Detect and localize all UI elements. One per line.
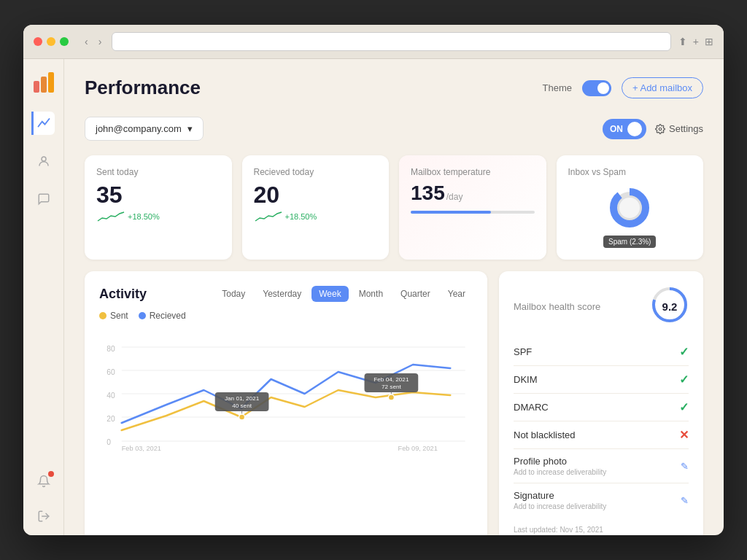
legend-received: Recieved xyxy=(139,311,186,321)
sent-today-label: Sent today xyxy=(96,167,220,177)
svg-point-5 xyxy=(659,128,662,131)
health-title: Mailbox health score xyxy=(514,301,600,312)
new-tab-icon[interactable]: + xyxy=(693,36,699,47)
received-today-label: Recieved today xyxy=(254,167,378,177)
sent-today-value: 35 xyxy=(96,183,220,206)
page-header: Performance Theme + Add mailbox xyxy=(85,77,703,99)
sent-dot xyxy=(99,312,107,319)
back-button[interactable]: ‹ xyxy=(82,34,91,49)
bottom-section: Activity Today Yesterday Week Month Quar… xyxy=(85,271,703,535)
edit-icon[interactable]: ✎ xyxy=(681,495,689,506)
sidebar-item-users[interactable] xyxy=(32,149,55,173)
tabs-icon[interactable]: ⊞ xyxy=(705,36,713,47)
status-toggle[interactable]: ON xyxy=(603,119,646,139)
mailbox-temp-value: 135 xyxy=(411,183,445,203)
toggle-dot xyxy=(627,122,642,136)
health-item: DKIM✓ xyxy=(514,366,689,394)
minimize-button[interactable] xyxy=(47,37,55,46)
sidebar-item-logout[interactable] xyxy=(32,505,55,528)
mailbox-temp-label: Mailbox temperature xyxy=(411,167,535,177)
theme-toggle[interactable] xyxy=(582,80,611,96)
health-score-value: 9.2 xyxy=(662,300,678,313)
on-label: ON xyxy=(610,124,623,134)
header-actions: Theme + Add mailbox xyxy=(543,77,704,98)
mailbox-value: john@company.com xyxy=(96,123,182,134)
health-items: SPF✓DKIM✓DMARC✓Not blacklisted✕Profile p… xyxy=(514,338,689,517)
received-today-value: 20 xyxy=(254,183,378,206)
share-icon[interactable]: ⬆ xyxy=(678,36,687,47)
settings-button[interactable]: Settings xyxy=(655,123,703,134)
svg-text:0: 0 xyxy=(107,438,111,446)
main-content: Performance Theme + Add mailbox john@com… xyxy=(64,59,724,535)
svg-text:80: 80 xyxy=(107,345,115,353)
temp-progress-fill xyxy=(411,211,491,214)
stats-grid: Sent today 35 +18.50% Recieved today 20 xyxy=(85,155,703,260)
sent-label: Sent xyxy=(110,311,128,321)
browser-actions: ⬆ + ⊞ xyxy=(678,36,713,47)
health-header: Mailbox health score 9.2 xyxy=(514,286,689,327)
period-week[interactable]: Week xyxy=(311,286,348,302)
svg-text:Feb 03, 2021: Feb 03, 2021 xyxy=(122,445,161,452)
app-layout: Performance Theme + Add mailbox john@com… xyxy=(23,59,724,535)
toolbar-right: ON Settings xyxy=(603,119,703,139)
svg-point-3 xyxy=(42,157,46,161)
received-dot xyxy=(139,312,146,319)
cross-icon: ✕ xyxy=(679,428,689,442)
trend-icon xyxy=(96,211,125,222)
address-bar[interactable] xyxy=(112,32,670,51)
mailbox-temp-card: Mailbox temperature 135 /day xyxy=(399,155,546,260)
svg-text:Feb 04, 2021: Feb 04, 2021 xyxy=(374,376,409,383)
forward-button[interactable]: › xyxy=(96,34,105,49)
sidebar-item-chat[interactable] xyxy=(32,187,55,211)
page-title: Performance xyxy=(85,77,201,99)
health-item: Not blacklisted✕ xyxy=(514,421,689,449)
svg-point-25 xyxy=(239,414,244,420)
sent-today-card: Sent today 35 +18.50% xyxy=(85,155,232,260)
edit-icon[interactable]: ✎ xyxy=(681,461,689,472)
health-item: SPF✓ xyxy=(514,338,689,366)
add-mailbox-button[interactable]: + Add mailbox xyxy=(622,77,703,98)
toolbar: john@company.com ▾ ON Settings xyxy=(85,117,703,141)
maximize-button[interactable] xyxy=(60,37,69,46)
mailbox-select[interactable]: john@company.com ▾ xyxy=(85,117,204,141)
browser-chrome: ‹ › ⬆ + ⊞ xyxy=(23,25,724,59)
sidebar-item-performance[interactable] xyxy=(31,112,55,135)
sidebar-bottom xyxy=(32,470,55,528)
health-item: SignatureAdd to increase deliverability✎ xyxy=(514,483,689,517)
health-item: Profile photoAdd to increase deliverabil… xyxy=(514,449,689,483)
theme-label: Theme xyxy=(543,82,572,93)
close-button[interactable] xyxy=(34,37,42,46)
browser-window: ‹ › ⬆ + ⊞ xyxy=(23,25,724,535)
notification-badge xyxy=(48,471,54,477)
sidebar xyxy=(23,59,64,535)
period-month[interactable]: Month xyxy=(352,286,390,302)
settings-label: Settings xyxy=(669,123,703,134)
svg-point-30 xyxy=(388,394,394,400)
svg-rect-1 xyxy=(41,77,47,93)
traffic-lights xyxy=(34,37,69,46)
app-logo xyxy=(32,71,55,97)
sent-today-change: +18.50% xyxy=(96,211,220,222)
sidebar-item-notifications[interactable] xyxy=(32,470,55,493)
svg-text:20: 20 xyxy=(107,415,115,423)
gear-icon xyxy=(655,124,665,134)
last-updated: Last updated: Nov 15, 2021 xyxy=(514,526,689,534)
period-quarter[interactable]: Quarter xyxy=(393,286,438,302)
svg-point-8 xyxy=(619,198,640,218)
svg-text:Jan 01, 2021: Jan 01, 2021 xyxy=(225,395,260,402)
period-tabs: Today Yesterday Week Month Quarter Year xyxy=(214,286,473,302)
period-year[interactable]: Year xyxy=(441,286,473,302)
period-yesterday[interactable]: Yesterday xyxy=(255,286,309,302)
check-icon: ✓ xyxy=(679,345,689,359)
period-today[interactable]: Today xyxy=(214,286,252,302)
health-card: Mailbox health score 9.2 SPF✓DKIM✓DMARC✓… xyxy=(499,271,703,535)
svg-rect-2 xyxy=(48,72,54,93)
svg-text:40 sent: 40 sent xyxy=(232,402,252,409)
received-today-change: +18.50% xyxy=(254,211,378,222)
svg-text:40: 40 xyxy=(107,392,115,400)
chart-legend: Sent Recieved xyxy=(99,311,473,321)
activity-card: Activity Today Yesterday Week Month Quar… xyxy=(85,271,487,535)
activity-title: Activity xyxy=(99,287,147,302)
health-item: DMARC✓ xyxy=(514,394,689,421)
temp-progress-bar xyxy=(411,211,535,214)
